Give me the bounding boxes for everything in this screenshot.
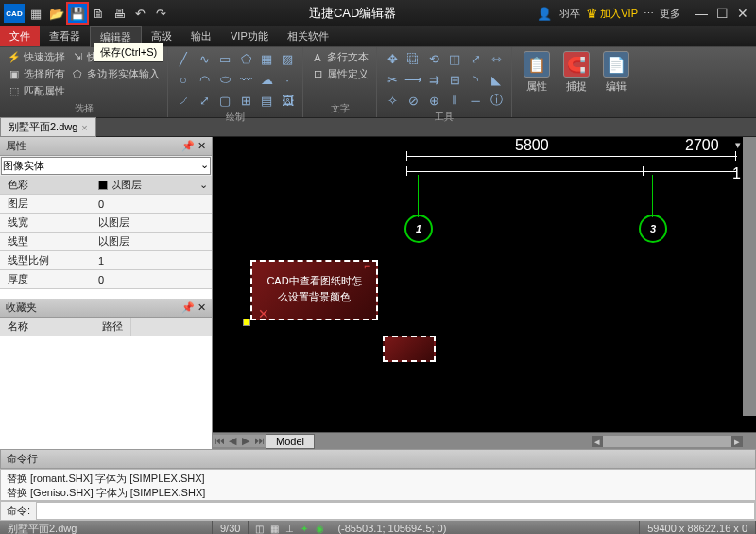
tab-first-icon[interactable]: ⏮ — [213, 435, 226, 447]
stretch-icon[interactable]: ⇿ — [487, 49, 506, 68]
ray-icon[interactable]: ⤢ — [195, 91, 214, 110]
cmd-input[interactable] — [36, 502, 755, 520]
prop-color-val[interactable]: 以图层 ⌄ — [94, 176, 212, 194]
mtext-button[interactable]: A多行文本 — [309, 49, 370, 65]
menu-file[interactable]: 文件 — [0, 26, 40, 46]
image-icon[interactable]: 🖼 — [278, 91, 297, 110]
prop-layer-val[interactable]: 0 — [94, 195, 212, 213]
selection-handle[interactable] — [243, 319, 250, 326]
cloud-icon[interactable]: ☁ — [257, 70, 276, 89]
app-icon[interactable]: CAD — [4, 4, 25, 23]
tab-last-icon[interactable]: ⏭ — [252, 435, 266, 447]
circle-icon[interactable]: ○ — [174, 70, 193, 89]
props-button[interactable]: 📋属性 — [518, 49, 556, 115]
prop-lts-val[interactable]: 1 — [94, 251, 212, 269]
doc-min-icon[interactable]: ▾ — [735, 139, 741, 151]
hatch-icon[interactable]: ▨ — [278, 49, 297, 68]
line-icon[interactable]: ╱ — [174, 49, 193, 68]
break-icon[interactable]: ⊘ — [404, 91, 422, 110]
rotate-icon[interactable]: ⟲ — [424, 49, 443, 68]
saveas-icon[interactable]: 🗎 — [89, 4, 108, 23]
snap-button[interactable]: 🧲捕捉 — [558, 49, 595, 115]
redo-icon[interactable]: ↷ — [151, 4, 170, 23]
close-button[interactable]: ✕ — [733, 5, 752, 22]
filetab[interactable]: 别墅平面2.dwg × — [0, 117, 96, 137]
region-icon[interactable]: ▦ — [257, 49, 276, 68]
extend-icon[interactable]: ⟶ — [404, 70, 422, 89]
menu-vip[interactable]: VIP功能 — [221, 26, 278, 46]
select-all[interactable]: ▣选择所有 — [6, 66, 67, 82]
polar-toggle-icon[interactable]: ✦ — [298, 522, 311, 534]
tab-prev-icon[interactable]: ◀ — [226, 435, 239, 447]
measure-icon[interactable]: ⓘ — [487, 91, 506, 110]
table-icon[interactable]: ▤ — [257, 91, 276, 110]
xline-icon[interactable]: ⟋ — [174, 91, 193, 110]
pin-icon[interactable]: 📌 ✕ — [181, 140, 206, 152]
trim-icon[interactable]: ✂ — [383, 70, 402, 89]
prop-th-val[interactable]: 0 — [94, 270, 212, 288]
open-icon[interactable]: 📂 — [47, 4, 66, 23]
divide-icon[interactable]: ─ — [466, 91, 485, 110]
insert-icon[interactable]: ⊞ — [236, 91, 255, 110]
raster-image-1[interactable]: ⌐ CAD中查看图纸时怎 么设置背景颜色 ✕ — [250, 260, 378, 320]
point-icon[interactable]: · — [278, 70, 297, 89]
prop-lt-val[interactable]: 以图层 — [94, 233, 212, 250]
join-icon[interactable]: ⊕ — [424, 91, 443, 110]
array-icon[interactable]: ⊞ — [445, 70, 464, 89]
tab-next-icon[interactable]: ▶ — [239, 435, 252, 447]
h-scrollbar[interactable]: ◂▸ — [592, 436, 743, 447]
align-icon[interactable]: ⫴ — [445, 91, 464, 110]
mirror-icon[interactable]: ◫ — [445, 49, 464, 68]
menu-output[interactable]: 输出 — [181, 26, 221, 46]
menu-related[interactable]: 相关软件 — [278, 26, 338, 46]
more-label[interactable]: 更多 — [660, 7, 680, 21]
filetab-close-icon[interactable]: × — [81, 122, 87, 133]
drawing-canvas[interactable]: 5800 2700 1 1 3 ⌐ CAD中查看图纸时怎 么设置背景颜色 ✕ ▾… — [213, 137, 756, 432]
explode-icon[interactable]: ✧ — [383, 91, 402, 110]
v-scrollbar[interactable] — [743, 137, 756, 416]
undo-icon[interactable]: ↶ — [130, 4, 149, 23]
quick-select[interactable]: ⚡快速选择 — [6, 49, 67, 65]
polygon-icon[interactable]: ⬠ — [236, 49, 255, 68]
copy-icon[interactable]: ⿻ — [404, 49, 422, 68]
fav-col-path[interactable]: 路径 — [94, 318, 131, 336]
pline-icon[interactable]: ∿ — [195, 49, 214, 68]
scroll-right-icon[interactable]: ▸ — [731, 436, 743, 447]
user-icon[interactable]: 👤 — [535, 4, 554, 23]
menu-viewer[interactable]: 查看器 — [40, 26, 90, 46]
pin-icon[interactable]: 📌 ✕ — [181, 301, 206, 314]
more-icon[interactable]: ⋯ — [644, 8, 654, 20]
user-name[interactable]: 羽卒 — [559, 7, 580, 21]
attrdef-button[interactable]: ⊡属性定义 — [309, 66, 370, 82]
spline-icon[interactable]: 〰 — [236, 70, 255, 89]
print-icon[interactable]: 🖶 — [110, 4, 129, 23]
rect-icon[interactable]: ▭ — [215, 49, 234, 68]
save-icon[interactable]: 💾 — [68, 4, 87, 23]
entity-select[interactable]: 图像实体 ⌄ — [1, 157, 211, 175]
move-icon[interactable]: ✥ — [383, 49, 402, 68]
fav-col-name[interactable]: 名称 — [0, 318, 94, 336]
scroll-left-icon[interactable]: ◂ — [592, 436, 603, 447]
raster-image-2[interactable] — [383, 336, 436, 362]
osnap-toggle-icon[interactable]: ◉ — [313, 522, 326, 534]
match-props[interactable]: ⬚匹配属性 — [6, 83, 67, 99]
snap-toggle-icon[interactable]: ◫ — [252, 522, 266, 534]
new-icon[interactable]: ▦ — [26, 4, 45, 23]
poly-input[interactable]: ⬠多边形实体输入 — [69, 66, 162, 82]
minimize-button[interactable]: — — [692, 5, 711, 22]
arc-icon[interactable]: ◠ — [195, 70, 214, 89]
vip-button[interactable]: ♛加入VIP — [586, 6, 638, 21]
maximize-button[interactable]: ☐ — [713, 5, 731, 22]
chamfer-icon[interactable]: ◣ — [487, 70, 506, 89]
prop-th-key: 厚度 — [0, 270, 94, 288]
scale-icon[interactable]: ⤢ — [466, 49, 485, 68]
ellipse-icon[interactable]: ⬭ — [215, 70, 234, 89]
offset-icon[interactable]: ⇉ — [424, 70, 443, 89]
edit-button[interactable]: 📄编辑 — [597, 49, 635, 115]
prop-lw-val[interactable]: 以图层 — [94, 214, 212, 232]
grid-toggle-icon[interactable]: ▦ — [267, 522, 281, 534]
block-icon[interactable]: ▢ — [215, 91, 234, 110]
ortho-toggle-icon[interactable]: ⊥ — [283, 522, 296, 534]
fillet-icon[interactable]: ◝ — [466, 70, 485, 89]
model-tab[interactable]: Model — [266, 434, 315, 449]
